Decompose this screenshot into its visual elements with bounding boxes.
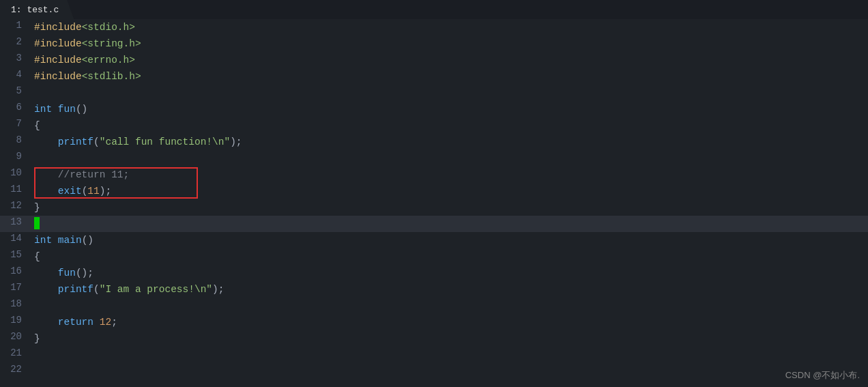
active-tab[interactable]: 1: test.c <box>0 0 74 19</box>
line-content: printf("I am a process!\n"); <box>29 281 868 298</box>
line-content: printf("call fun function!\n"); <box>29 134 868 150</box>
code-line-6: 6int fun() <box>0 101 868 117</box>
token-num: 12 <box>100 317 111 328</box>
watermark: CSDN @不如小布. <box>785 369 860 382</box>
token-plain <box>52 104 58 115</box>
code-line-21: 21 <box>0 347 868 363</box>
line-content: } <box>29 199 868 216</box>
token-plain <box>93 317 100 328</box>
code-line-3: 3#include<errno.h> <box>0 52 868 68</box>
line-number: 13 <box>0 216 29 232</box>
token-plain <box>34 137 58 147</box>
code-lines-wrapper: 1#include<stdio.h>2#include<string.h>3#i… <box>0 19 868 379</box>
code-line-4: 4#include<stdlib.h> <box>0 68 868 85</box>
line-content <box>29 363 868 379</box>
code-line-14: 14int main() <box>0 232 868 248</box>
line-content: { <box>29 117 868 134</box>
code-line-17: 17 printf("I am a process!\n"); <box>0 281 868 298</box>
line-number: 12 <box>0 199 29 216</box>
text-cursor <box>34 217 40 229</box>
line-content <box>29 216 868 232</box>
line-number: 5 <box>0 85 29 101</box>
token-preproc: #include <box>34 71 82 82</box>
token-kw: int <box>34 235 52 246</box>
line-content: //return 11; <box>29 167 868 183</box>
token-fn: exit <box>58 186 82 197</box>
token-fn: printf <box>58 137 93 147</box>
token-punc: () <box>82 235 93 246</box>
code-line-10: 10 //return 11; <box>0 167 868 183</box>
token-plain <box>34 284 58 295</box>
line-content <box>29 150 868 167</box>
line-content <box>29 347 868 363</box>
code-line-12: 12} <box>0 199 868 216</box>
line-content <box>29 298 868 314</box>
line-content: int main() <box>29 232 868 248</box>
token-num: 11 <box>87 186 99 197</box>
line-number: 14 <box>0 232 29 248</box>
line-content: #include<stdio.h> <box>29 19 868 35</box>
token-str: "I am a process!\n" <box>100 284 212 295</box>
line-number: 9 <box>0 150 29 167</box>
code-line-9: 9 <box>0 150 868 167</box>
code-line-22: 22 <box>0 363 868 379</box>
token-fn: printf <box>58 284 93 295</box>
token-include-file: <errno.h> <box>82 55 135 66</box>
code-line-8: 8 printf("call fun function!\n"); <box>0 134 868 150</box>
token-plain <box>34 186 58 197</box>
token-punc: (); <box>76 268 93 278</box>
line-content: return 12; <box>29 314 868 330</box>
line-number: 18 <box>0 298 29 314</box>
code-line-7: 7{ <box>0 117 868 134</box>
token-punc: } <box>34 333 40 344</box>
code-line-13: 13 <box>0 216 868 232</box>
token-punc: ); <box>100 186 111 197</box>
line-number: 1 <box>0 19 29 35</box>
line-number: 16 <box>0 265 29 281</box>
line-number: 15 <box>0 248 29 265</box>
line-number: 2 <box>0 35 29 52</box>
token-plain <box>34 317 58 328</box>
token-punc: } <box>34 202 40 213</box>
token-kw: return <box>58 317 93 328</box>
code-container: 1#include<stdio.h>2#include<string.h>3#i… <box>0 19 868 387</box>
token-punc: { <box>34 120 40 131</box>
token-comment: //return 11; <box>58 169 129 180</box>
token-punc: { <box>34 251 40 262</box>
line-content: #include<string.h> <box>29 35 868 52</box>
line-number: 21 <box>0 347 29 363</box>
token-preproc: #include <box>34 55 82 66</box>
line-number: 11 <box>0 183 29 199</box>
line-number: 19 <box>0 314 29 330</box>
tab-bar: 1: test.c <box>0 0 868 19</box>
line-number: 8 <box>0 134 29 150</box>
code-line-15: 15{ <box>0 248 868 265</box>
line-number: 20 <box>0 330 29 347</box>
token-punc: () <box>76 104 87 115</box>
line-number: 22 <box>0 363 29 379</box>
line-content: fun(); <box>29 265 868 281</box>
line-content: { <box>29 248 868 265</box>
line-number: 10 <box>0 167 29 183</box>
token-punc: ); <box>230 137 242 147</box>
code-line-2: 2#include<string.h> <box>0 35 868 52</box>
token-punc: ); <box>212 284 224 295</box>
token-include-file: <stdlib.h> <box>82 71 141 82</box>
token-plain <box>52 235 58 246</box>
token-plain <box>34 169 58 180</box>
code-line-1: 1#include<stdio.h> <box>0 19 868 35</box>
code-line-20: 20} <box>0 330 868 347</box>
token-include-file: <string.h> <box>82 38 141 49</box>
token-str: "call fun function!\n" <box>100 137 230 147</box>
line-content: } <box>29 330 868 347</box>
line-content: int fun() <box>29 101 868 117</box>
token-kw: int <box>34 104 52 115</box>
tab-label: 1: test.c <box>11 5 59 15</box>
line-content <box>29 85 868 101</box>
token-fn: fun <box>58 268 76 278</box>
code-line-16: 16 fun(); <box>0 265 868 281</box>
code-line-19: 19 return 12; <box>0 314 868 330</box>
token-fn: fun <box>58 104 76 115</box>
token-punc: ; <box>111 317 117 328</box>
line-number: 6 <box>0 101 29 117</box>
